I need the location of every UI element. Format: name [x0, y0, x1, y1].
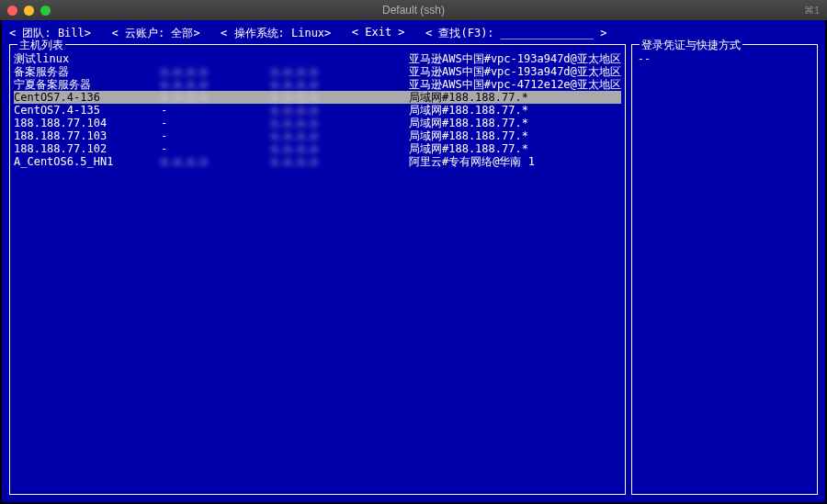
host-name: CentOS7.4-136 — [14, 91, 161, 104]
host-ip1: x.x.x.x — [161, 91, 271, 104]
panels: 主机列表 测试linux亚马逊AWS中国#vpc-193a947d@亚太地区备案… — [9, 44, 818, 495]
search-suffix: > — [594, 27, 606, 39]
host-row[interactable]: 测试linux亚马逊AWS中国#vpc-193a947d@亚太地区 — [14, 52, 621, 65]
host-location: 阿里云#专有网络@华南 1 — [409, 155, 621, 168]
titlebar[interactable]: Default (ssh) ⌘1 — [0, 0, 827, 20]
host-ip2 — [271, 52, 409, 65]
host-ip2: x.x.x.x — [271, 142, 409, 155]
host-ip2: x.x.x.x — [271, 65, 409, 78]
menu-cloud-account[interactable]: < 云账户: 全部> — [111, 26, 199, 41]
host-row[interactable]: CentOS7.4-135-x.x.x.x局域网#188.188.77.* — [14, 104, 621, 117]
search-prefix: < 查找(F3): — [425, 27, 501, 39]
host-name: 备案服务器 — [14, 65, 161, 78]
host-name: 188.188.77.103 — [14, 129, 161, 142]
host-ip1: - — [161, 104, 271, 117]
host-location: 局域网#188.188.77.* — [409, 129, 621, 142]
credentials-title: 登录凭证与快捷方式 — [640, 38, 742, 53]
host-ip1 — [161, 52, 271, 65]
host-name: 宁夏备案服务器 — [14, 78, 161, 91]
host-row[interactable]: CentOS7.4-136x.x.x.xx.x.x.x局域网#188.188.7… — [14, 91, 621, 104]
host-name: 测试linux — [14, 52, 161, 65]
host-ip1: x.x.x.x — [161, 65, 271, 78]
host-ip2: x.x.x.x — [271, 78, 409, 91]
host-name: A_CentOS6.5_HN1 — [14, 155, 161, 168]
host-row[interactable]: 备案服务器x.x.x.xx.x.x.x亚马逊AWS中国#vpc-193a947d… — [14, 65, 621, 78]
host-location: 局域网#188.188.77.* — [409, 91, 621, 104]
host-list-panel: 主机列表 测试linux亚马逊AWS中国#vpc-193a947d@亚太地区备案… — [9, 44, 626, 495]
host-name: 188.188.77.104 — [14, 117, 161, 129]
credentials-empty: -- — [636, 52, 813, 65]
host-location: 亚马逊AWS中国#vpc-193a947d@亚太地区 — [409, 65, 621, 78]
host-row[interactable]: A_CentOS6.5_HN1x.x.x.xx.x.x.x阿里云#专有网络@华南… — [14, 155, 621, 168]
close-icon[interactable] — [7, 6, 17, 16]
host-location: 局域网#188.188.77.* — [409, 142, 621, 155]
search-input[interactable]: ______________ — [501, 27, 594, 39]
host-ip1: - — [161, 142, 271, 155]
host-ip2: x.x.x.x — [271, 104, 409, 117]
host-list-title: 主机列表 — [17, 38, 65, 53]
host-location: 亚马逊AWS中国#vpc-4712e12e@亚太地区 — [409, 78, 621, 91]
host-row[interactable]: 188.188.77.103-x.x.x.x局域网#188.188.77.* — [14, 129, 621, 142]
window-frame: Default (ssh) ⌘1 < 团队: Bill> < 云账户: 全部> … — [0, 0, 827, 504]
host-location: 局域网#188.188.77.* — [409, 104, 621, 117]
host-row[interactable]: 宁夏备案服务器x.x.x.xx.x.x.x亚马逊AWS中国#vpc-4712e1… — [14, 78, 621, 91]
traffic-lights — [7, 6, 51, 16]
host-list[interactable]: 测试linux亚马逊AWS中国#vpc-193a947d@亚太地区备案服务器x.… — [14, 52, 621, 168]
tab-indicator: ⌘1 — [804, 5, 820, 17]
host-row[interactable]: 188.188.77.102-x.x.x.x局域网#188.188.77.* — [14, 142, 621, 155]
host-name: 188.188.77.102 — [14, 142, 161, 155]
host-location: 局域网#188.188.77.* — [409, 117, 621, 129]
host-ip2: x.x.x.x — [271, 91, 409, 104]
host-ip1: x.x.x.x — [161, 155, 271, 168]
menu-exit[interactable]: < Exit > — [352, 26, 405, 41]
host-name: CentOS7.4-135 — [14, 104, 161, 117]
minimize-icon[interactable] — [24, 6, 34, 16]
menu-search[interactable]: < 查找(F3): ______________ > — [425, 26, 606, 41]
host-location: 亚马逊AWS中国#vpc-193a947d@亚太地区 — [409, 52, 621, 65]
host-ip2: x.x.x.x — [271, 117, 409, 129]
zoom-icon[interactable] — [40, 6, 51, 16]
host-ip1: - — [161, 129, 271, 142]
host-ip2: x.x.x.x — [271, 129, 409, 142]
terminal-area: < 团队: Bill> < 云账户: 全部> < 操作系统: Linux> < … — [0, 20, 827, 504]
menu-os[interactable]: < 操作系统: Linux> — [221, 26, 331, 41]
credentials-panel: 登录凭证与快捷方式 -- — [631, 44, 818, 495]
host-row[interactable]: 188.188.77.104-x.x.x.x局域网#188.188.77.* — [14, 117, 621, 129]
host-ip1: - — [161, 117, 271, 129]
host-ip2: x.x.x.x — [271, 155, 409, 168]
window-title: Default (ssh) — [382, 4, 445, 17]
host-ip1: x.x.x.x — [161, 78, 271, 91]
